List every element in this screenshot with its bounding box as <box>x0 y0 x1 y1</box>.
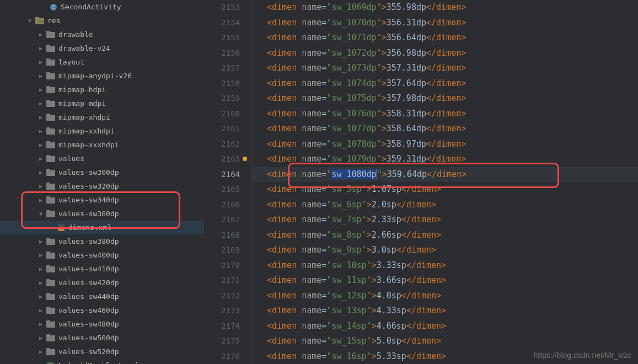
line-number[interactable]: 2154 <box>204 15 240 31</box>
project-tree-sidebar[interactable]: C SecondActivity ▼ res ▶drawable▶drawabl… <box>0 0 204 364</box>
tree-item-folder[interactable]: ▶values <box>0 152 204 165</box>
tree-item-folder[interactable]: ▶mipmap-mdpi <box>0 97 204 110</box>
expand-arrow-icon[interactable]: ▶ <box>37 266 44 272</box>
line-number[interactable]: 2161 <box>204 121 240 137</box>
line-number[interactable]: 2167 <box>204 212 240 228</box>
tree-label: drawable <box>58 30 93 39</box>
expand-arrow-icon[interactable]: ▶ <box>37 87 44 93</box>
tree-item-folder[interactable]: ▶mipmap-xhdpi <box>0 110 204 124</box>
line-number[interactable]: 2173 <box>204 303 240 319</box>
line-number[interactable]: 2166 <box>204 197 240 213</box>
expand-arrow-icon[interactable]: ▶ <box>37 73 44 79</box>
tree-item-folder[interactable]: ▶values-sw410dp <box>0 262 204 276</box>
line-number[interactable]: 2155 <box>204 30 240 46</box>
code-line[interactable]: <dimen name="sw_9sp">3.0sp</dimen> <box>251 243 638 258</box>
line-number[interactable]: 2171 <box>204 273 240 288</box>
line-number[interactable]: 2164 <box>204 167 240 183</box>
line-number[interactable]: 2159 <box>204 91 240 106</box>
expand-arrow-icon[interactable]: ▶ <box>37 128 44 134</box>
code-line[interactable]: <dimen name="sw_14sp">4.66sp</dimen> <box>251 319 638 334</box>
tree-label: values-sw380dp <box>58 237 119 245</box>
expand-arrow-icon[interactable]: ▶ <box>37 45 44 51</box>
expand-arrow-icon[interactable]: ▼ <box>26 18 33 24</box>
line-number[interactable]: 2174 <box>204 319 240 334</box>
code-line[interactable]: <dimen name="sw_1075dp">357.98dp</dimen> <box>251 91 638 106</box>
tree-item-manifest[interactable]: ▶ MF AndroidManifest.xml <box>0 358 204 364</box>
line-number[interactable]: 2175 <box>204 334 240 349</box>
tree-item-folder[interactable]: ▶values-sw400dp <box>0 248 204 262</box>
tree-item-folder[interactable]: ▶mipmap-xxhdpi <box>0 124 204 138</box>
tree-item-folder[interactable]: ▶layout <box>0 55 204 69</box>
tree-item-folder[interactable]: ▶mipmap-xxxhdpi <box>0 138 204 152</box>
expand-arrow-icon[interactable]: ▶ <box>37 31 44 38</box>
code-line[interactable]: <dimen name="sw_11sp">3.66sp</dimen> <box>251 273 638 288</box>
tree-item-folder[interactable]: ▶values-sw460dp <box>0 303 204 317</box>
expand-arrow-icon[interactable]: ▶ <box>37 321 44 327</box>
code-editor[interactable]: 2153215421552156215721582159216021612162… <box>204 0 638 364</box>
tree-item-folder[interactable]: ▶drawable-v24 <box>0 41 204 55</box>
expand-arrow-icon[interactable]: ▶ <box>37 252 44 258</box>
code-line[interactable]: <dimen name="sw_6sp">2.0sp</dimen> <box>251 197 638 213</box>
tree-item-folder[interactable]: ▶values-sw520dp <box>0 345 204 358</box>
tree-item-folder[interactable]: ▶values-sw480dp <box>0 317 204 331</box>
tree-item-folder[interactable]: ▶mipmap-anydpi-v26 <box>0 69 204 83</box>
tree-item-folder[interactable]: ▶values-sw440dp <box>0 290 204 303</box>
expand-arrow-icon[interactable]: ▶ <box>37 307 44 313</box>
code-line[interactable]: <dimen name="sw_1072dp">356.98dp</dimen> <box>251 46 638 61</box>
code-content-area[interactable]: <dimen name="sw_1069dp">355.98dp</dimen>… <box>251 0 638 364</box>
tree-item-folder[interactable]: ▶values-sw380dp <box>0 234 204 248</box>
line-number[interactable]: 2168 <box>204 228 240 243</box>
expand-arrow-icon[interactable]: ▶ <box>37 114 44 120</box>
line-number[interactable]: 2157 <box>204 61 240 76</box>
code-line[interactable]: <dimen name="sw_13sp">4.33sp</dimen> <box>251 303 638 319</box>
line-number[interactable]: 2162 <box>204 137 240 152</box>
tree-item-secondactivity[interactable]: C SecondActivity <box>0 0 204 14</box>
expand-arrow-icon[interactable]: ▶ <box>37 280 44 286</box>
code-line[interactable]: <dimen name="sw_1076dp">358.31dp</dimen> <box>251 106 638 122</box>
code-line[interactable]: <dimen name="sw_1073dp">357.31dp</dimen> <box>251 61 638 76</box>
line-number[interactable]: 2158 <box>204 76 240 92</box>
line-number[interactable]: 2172 <box>204 288 240 304</box>
tree-item-folder[interactable]: ▶values-sw420dp <box>0 276 204 290</box>
code-line[interactable]: <dimen name="sw_15sp">5.0sp</dimen> <box>251 334 638 349</box>
expand-arrow-icon[interactable]: ▶ <box>37 59 44 65</box>
tree-item-folder[interactable]: ▶values-sw500dp <box>0 331 204 345</box>
folder-icon <box>46 155 55 162</box>
line-number[interactable]: 2153 <box>204 0 240 15</box>
code-line[interactable]: <dimen name="sw_12sp">4.0sp</dimen> <box>251 288 638 304</box>
svg-rect-52 <box>46 348 50 350</box>
line-number-gutter[interactable]: 2153215421552156215721582159216021612162… <box>204 0 251 364</box>
code-line[interactable]: <dimen name="sw_1077dp">358.64dp</dimen> <box>251 121 638 137</box>
line-number[interactable]: 2176 <box>204 349 240 365</box>
line-number[interactable]: 2160 <box>204 106 240 122</box>
line-number[interactable]: 2169 <box>204 243 240 258</box>
expand-arrow-icon[interactable]: ▶ <box>37 100 44 106</box>
expand-arrow-icon[interactable]: ▶ <box>37 349 44 355</box>
expand-arrow-icon[interactable]: ▶ <box>37 183 44 189</box>
folder-icon <box>46 348 55 355</box>
tree-label: values-sw500dp <box>58 334 119 342</box>
expand-arrow-icon[interactable]: ▶ <box>37 293 44 299</box>
code-line[interactable]: <dimen name="sw_1074dp">357.64dp</dimen> <box>251 76 638 92</box>
line-number[interactable]: 2156 <box>204 46 240 61</box>
expand-arrow-icon[interactable]: ▶ <box>37 156 44 162</box>
line-number[interactable]: 2165 <box>204 182 240 197</box>
code-line[interactable]: <dimen name="sw_8sp">2.66sp</dimen> <box>251 228 638 243</box>
tree-item-folder[interactable]: ▶mipmap-hdpi <box>0 83 204 97</box>
code-line[interactable]: <dimen name="sw_1078dp">358.97dp</dimen> <box>251 137 638 152</box>
tree-item-folder[interactable]: ▶drawable <box>0 28 204 41</box>
code-line[interactable]: <dimen name="sw_10sp">3.33sp</dimen> <box>251 258 638 274</box>
expand-arrow-icon[interactable]: ▶ <box>37 335 44 341</box>
code-line[interactable]: <dimen name="sw_1071dp">356.64dp</dimen> <box>251 30 638 46</box>
breakpoint-marker-icon[interactable] <box>243 157 247 161</box>
expand-arrow-icon[interactable]: ▶ <box>37 169 44 175</box>
tree-item-res[interactable]: ▼ res <box>0 14 204 28</box>
tree-item-folder[interactable]: ▶values-sw300dp <box>0 165 204 179</box>
code-line[interactable]: <dimen name="sw_1070dp">356.31dp</dimen> <box>251 15 638 31</box>
expand-arrow-icon[interactable]: ▶ <box>37 142 44 148</box>
expand-arrow-icon[interactable]: ▶ <box>37 238 44 244</box>
line-number[interactable]: 2163 <box>204 152 240 167</box>
line-number[interactable]: 2170 <box>204 258 240 274</box>
code-line[interactable]: <dimen name="sw_1069dp">355.98dp</dimen> <box>251 0 638 15</box>
code-line[interactable]: <dimen name="sw_7sp">2.33sp</dimen> <box>251 212 638 228</box>
